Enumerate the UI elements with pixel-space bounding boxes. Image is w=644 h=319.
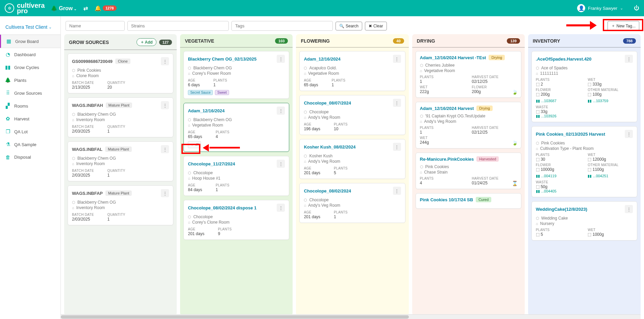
count-badge: 788 bbox=[623, 38, 636, 44]
kebab-icon[interactable]: ⋮ bbox=[161, 57, 169, 65]
strain-icon: ⬡ bbox=[536, 66, 539, 70]
filter-bar: 🔍 Search ✖ Clear ＋ New Tag... bbox=[61, 16, 644, 34]
kebab-icon[interactable]: ⋮ bbox=[393, 143, 401, 151]
barcode-link[interactable]: ▮▮ ...103687 bbox=[536, 99, 581, 103]
nav-dashboard[interactable]: ◔Dashboard bbox=[0, 48, 60, 61]
veg-card[interactable]: Adam_12/16/2024⋮⬡Blackberry Chem OG⌂Vege… bbox=[183, 103, 289, 152]
strain-icon: ⬡ bbox=[420, 114, 423, 118]
nav-icon: ⚗ bbox=[5, 141, 11, 147]
count-badge: 139 bbox=[507, 38, 520, 44]
nav-qa-sample[interactable]: ⚗QA Sample bbox=[0, 138, 60, 151]
client-selector[interactable]: Cultivera Test Client bbox=[0, 20, 60, 35]
nav-icon: 🗑 bbox=[5, 154, 11, 160]
room-icon: ⌂ bbox=[536, 146, 538, 151]
type-tag: Mature Plant bbox=[105, 190, 132, 196]
column-drying: DRYING 139 Adam_12/16/2024 Harvest -TEst… bbox=[412, 34, 525, 316]
kebab-icon[interactable]: ⋮ bbox=[393, 187, 401, 195]
nav-harvest[interactable]: ✿Harvest bbox=[0, 112, 60, 125]
kebab-icon[interactable]: ⋮ bbox=[161, 101, 169, 109]
kebab-icon[interactable]: ⋮ bbox=[277, 107, 285, 115]
clear-button[interactable]: ✖ Clear bbox=[365, 22, 387, 30]
room-icon: ⌂ bbox=[420, 69, 422, 73]
logout-icon[interactable]: ⏻ bbox=[634, 5, 639, 11]
brand[interactable]: ✲ cultíverapro bbox=[5, 3, 45, 14]
room-icon: ⌂ bbox=[188, 220, 190, 224]
kebab-icon[interactable]: ⋮ bbox=[625, 205, 633, 213]
room-icon: ⌂ bbox=[188, 123, 190, 127]
grow-card[interactable]: WAGS.INBFALMature Plant⋮⬡Blackberry Chem… bbox=[68, 141, 173, 181]
inventory-card[interactable]: WeddingCake(12/8/2023)⋮⬡Wedding Cake⌂Nur… bbox=[531, 201, 637, 241]
kebab-icon[interactable]: ⋮ bbox=[625, 130, 633, 138]
strain-icon: ⬡ bbox=[188, 118, 191, 122]
type-tag: Clone bbox=[115, 59, 130, 64]
tag[interactable]: Secret Sauce bbox=[188, 90, 213, 95]
dry-card[interactable]: Adam_12/16/2024 Harvest -TEstDrying⬡Cher… bbox=[416, 51, 521, 98]
room-icon: ⌂ bbox=[188, 71, 190, 75]
barcode-link[interactable]: ▮▮ ...004405 bbox=[536, 189, 633, 193]
horizontal-scrollbar[interactable] bbox=[61, 314, 641, 319]
room-icon: ⌂ bbox=[72, 118, 74, 122]
annotation-box bbox=[603, 19, 643, 31]
inventory-card[interactable]: .AceOfSpades.Harvest.420⋮⬡Ace of Spades⌂… bbox=[531, 51, 637, 122]
flower-card[interactable]: Adam_12/16/2024⋮⬡Acapulco Gold.⌂Vegetati… bbox=[299, 51, 405, 91]
nav-disposal[interactable]: 🗑Disposal bbox=[0, 151, 60, 163]
grow-card[interactable]: WAGS.INBFAPMature Plant⋮⬡Blackberry Chem… bbox=[68, 185, 173, 225]
inventory-card[interactable]: Pink Cookies_02/13/2025 Harvest⋮⬡Pink Co… bbox=[531, 126, 637, 197]
hourglass-icon: ⌛ bbox=[512, 181, 518, 186]
strain-icon: ⬡ bbox=[420, 63, 423, 68]
swap-icon[interactable]: ⇄ bbox=[83, 5, 88, 12]
grow-card[interactable]: GS00998686720049Clone⋮⬡Pink Cookies⌂Clon… bbox=[68, 53, 173, 93]
notification-count: 1278 bbox=[103, 5, 116, 11]
notifications[interactable]: 🔔 1278 bbox=[95, 5, 116, 12]
strain-icon: ⬡ bbox=[72, 112, 75, 117]
strain-icon: ⬡ bbox=[420, 165, 423, 169]
nav-plants[interactable]: 🌲Plants bbox=[0, 74, 60, 87]
nav-qa-lot[interactable]: ❐QA Lot bbox=[0, 125, 60, 138]
user-menu[interactable]: 👤 Franky Sawyer bbox=[577, 4, 623, 12]
add-button[interactable]: ＋ Add bbox=[137, 38, 156, 46]
tag[interactable]: Sweet bbox=[215, 90, 229, 95]
kebab-icon[interactable]: ⋮ bbox=[161, 189, 169, 197]
menu-grow[interactable]: Grow bbox=[51, 5, 77, 12]
kebab-icon[interactable]: ⋮ bbox=[625, 55, 633, 63]
barcode-link[interactable]: ▮▮ ...103926 bbox=[536, 114, 633, 118]
dry-card[interactable]: Re-Manicure.PinkCookiesHarvested⬡Pink Co… bbox=[416, 153, 521, 189]
kebab-icon[interactable]: ⋮ bbox=[277, 55, 285, 63]
tags-input[interactable] bbox=[231, 21, 333, 31]
dry-card[interactable]: Adam_12/16/2024 HarvestDrying⬡'91 Captai… bbox=[416, 102, 521, 149]
strains-input[interactable] bbox=[127, 21, 229, 31]
veg-card[interactable]: Chocolope_08/02/2024 dispose 1⋮⬡Chocolop… bbox=[183, 200, 289, 240]
grow-card[interactable]: WAGS.INBFAHMature Plant⋮⬡Blackberry Chem… bbox=[68, 97, 173, 137]
nav-rooms[interactable]: ▞Rooms bbox=[0, 99, 60, 112]
name-input[interactable] bbox=[66, 21, 125, 31]
kebab-icon[interactable]: ⋮ bbox=[393, 99, 401, 107]
veg-card[interactable]: Blackberry Chem OG_02/13/2025⋮⬡Blackberr… bbox=[183, 51, 289, 99]
veg-card[interactable]: Chocolope_11/27/2024⋮⬡Chocolope⌂Hoop Hou… bbox=[183, 156, 289, 196]
nav-grow-board[interactable]: ▦Grow Board bbox=[0, 35, 60, 48]
kebab-icon[interactable]: ⋮ bbox=[393, 55, 401, 63]
barcode-link[interactable]: ▮▮ ...103759 bbox=[588, 99, 633, 103]
flower-card[interactable]: Chocolope_08/02/2024⋮⬡Chocolope⌂Andy's V… bbox=[299, 183, 405, 223]
room-icon: ⌂ bbox=[536, 71, 538, 75]
nav-grow-sources[interactable]: ⠿Grow Sources bbox=[0, 87, 60, 99]
search-button[interactable]: 🔍 Search bbox=[336, 22, 362, 30]
strain-icon: ⬡ bbox=[536, 216, 539, 221]
nav-icon: ▮▮ bbox=[5, 64, 11, 70]
room-icon: ⌂ bbox=[304, 115, 306, 119]
kebab-icon[interactable]: ⋮ bbox=[277, 204, 285, 212]
leaf-icon: 🍃 bbox=[512, 89, 518, 95]
count-badge: 40 bbox=[393, 38, 404, 44]
flower-card[interactable]: Kosher Kush_08/02/2024⋮⬡Kosher Kush⌂Andy… bbox=[299, 139, 405, 179]
dry-card[interactable]: Pink Cookies 10/17/24 SBCured bbox=[416, 193, 521, 209]
kebab-icon[interactable]: ⋮ bbox=[277, 160, 285, 168]
top-menu: Grow ⇄ 🔔 1278 bbox=[51, 5, 116, 12]
strain-icon: ⬡ bbox=[188, 171, 191, 175]
barcode-link[interactable]: ▮▮ ...004251 bbox=[588, 174, 633, 178]
barcode-link[interactable]: ▮▮ ...004119 bbox=[536, 174, 581, 178]
nav-icon: 🌲 bbox=[5, 77, 11, 83]
nav-grow-cycles[interactable]: ▮▮Grow Cycles bbox=[0, 61, 60, 74]
strain-icon: ⬡ bbox=[72, 68, 75, 73]
sidebar: Cultivera Test Client ▦Grow Board◔Dashbo… bbox=[0, 16, 61, 319]
kebab-icon[interactable]: ⋮ bbox=[161, 145, 169, 153]
flower-card[interactable]: Chocolope_08/07/2024⋮⬡Chocolope⌂Andy's V… bbox=[299, 95, 405, 135]
